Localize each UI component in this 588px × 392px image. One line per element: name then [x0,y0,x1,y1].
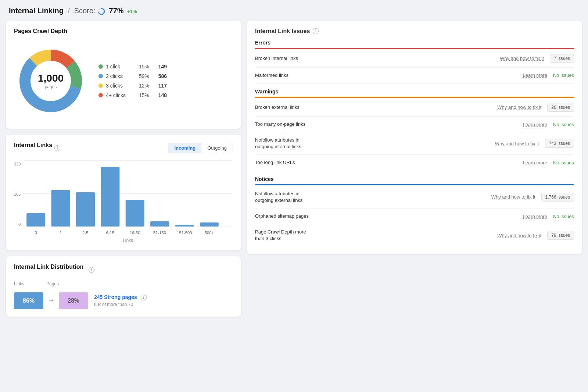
bar-6-15 [101,167,120,227]
svg-text:1: 1 [60,231,62,235]
issue-broken-external-label: Broken external links [255,104,491,111]
issue-long-urls-label: Too long link URLs [255,159,517,166]
issue-too-many-links-link[interactable]: Learn more [523,122,547,127]
bar-1 [51,190,70,227]
left-column: Pages Crawl Depth [6,21,241,317]
svg-text:2-5: 2-5 [83,231,89,235]
issues-info-icon[interactable]: i [313,28,319,34]
issue-broken-internal: Broken internal links Why and how to fix… [255,50,574,68]
legend-dot-3clicks [98,83,103,88]
dist-col-links-label: Links [14,281,24,286]
distribution-title-row: Internal Link Distribution i [14,264,233,276]
internal-links-title-row: Internal Links i Incoming Outgoing [14,142,233,154]
issue-nofollow-internal: Nofollow attributes inoutgoing internal … [255,132,574,155]
legend-label-2clicks: 2 clicks [106,73,132,79]
bar-chart-svg [23,160,233,227]
legend-item-1click: 1 click 15% 149 [98,64,167,70]
issue-orphaned-sitemap-no-issues: No issues [553,214,574,219]
internal-links-title-left: Internal Links i [14,142,60,154]
issues-title-row: Internal Link Issues i [255,28,574,35]
issue-nofollow-external: Nofollow attributes inoutgoing external … [255,186,574,209]
distribution-card: Internal Link Distribution i Links Pages… [6,256,241,317]
issue-malformed-label: Malformed links [255,72,517,79]
legend-pct-2clicks: 59% [135,73,149,79]
issue-long-urls-link[interactable]: Learn more [523,160,547,165]
score-label: Score: [74,7,96,15]
page-header: Internal Linking / Score: 77% +1% [0,0,588,21]
total-pages-label: pages [38,84,64,89]
ilr-label: ILR of more than 70 [94,302,147,307]
issue-crawl-depth-label: Page Crawl Depth morethan 3 clicks [255,229,491,242]
dist-col-pages-label: Pages [46,281,59,286]
tab-outgoing[interactable]: Outgoing [201,143,233,153]
x-axis-svg: 0 1 2-5 6-15 16-50 51-150 151-500 500+ [23,229,233,236]
svg-text:0: 0 [35,231,37,235]
issue-malformed-link[interactable]: Learn more [523,72,547,78]
legend-count-4plus: 148 [152,92,167,98]
issue-nofollow-external-link[interactable]: Why and how to fix it [491,194,535,200]
notices-divider [255,184,574,185]
issue-orphaned-sitemap-label: Orphaned sitemap pages [255,213,517,220]
distribution-info-icon[interactable]: i [89,267,94,273]
main-layout: Pages Crawl Depth [0,21,588,322]
dist-right-info: 245 Strong pages i ILR of more than 70 [94,294,147,307]
warnings-divider [255,97,574,98]
legend-item-3clicks: 3 clicks 12% 117 [98,83,167,89]
y-label-165: 165 [14,192,21,196]
issue-crawl-depth-link[interactable]: Why and how to fix it [497,233,541,238]
crawl-depth-card: Pages Crawl Depth [6,21,241,129]
strong-pages-count: 245 [94,294,103,300]
strong-pages-label: Strong pages [104,294,137,300]
dist-links-bar: 86% [14,292,43,309]
crawl-depth-body: 1,000 pages 1 click 15% 149 2 clicks 59% [14,40,233,121]
internal-links-info-icon[interactable]: i [54,145,60,151]
crawl-depth-legend: 1 click 15% 149 2 clicks 59% 586 3 click… [98,64,167,98]
strong-pages-info-icon[interactable]: i [141,295,147,300]
dist-col-headers: Links Pages [14,281,233,289]
crawl-depth-title: Pages Crawl Depth [14,28,233,35]
issue-orphaned-sitemap-link[interactable]: Learn more [523,214,547,219]
issue-crawl-depth: Page Crawl Depth morethan 3 clicks Why a… [255,224,574,246]
total-pages-num: 1,000 [38,72,64,84]
issue-malformed: Malformed links Learn more No issues [255,68,574,83]
right-column: Internal Link Issues i Errors Broken int… [247,21,582,317]
issue-nofollow-internal-label: Nofollow attributes inoutgoing internal … [255,137,489,150]
legend-label-1click: 1 click [106,64,132,70]
legend-dot-2clicks [98,74,103,78]
y-label-330: 330 [14,162,21,166]
bar-500plus [200,222,219,227]
legend-count-3clicks: 117 [152,83,167,89]
issue-nofollow-internal-badge: 743 issues [545,139,574,148]
score-ring-icon [97,7,105,15]
issue-broken-internal-label: Broken internal links [255,55,494,62]
bar-chart-inner: 0 1 2-5 6-15 16-50 51-150 151-500 500+ L… [23,160,233,243]
issue-nofollow-internal-link[interactable]: Why and how to fix it [495,141,539,146]
issue-broken-internal-link[interactable]: Why and how to fix it [500,56,544,61]
issue-broken-external-badge: 26 issues [547,103,574,112]
strong-pages-link[interactable]: 245 Strong pages [94,294,139,300]
bar-51-150 [150,221,169,227]
score-delta: +1% [127,9,137,14]
issue-broken-external-link[interactable]: Why and how to fix it [497,104,541,110]
issues-title: Internal Link Issues [255,28,310,35]
score-value: 77% [109,7,124,15]
page-title: Internal Linking [9,7,64,15]
links-tab-group: Incoming Outgoing [168,143,233,153]
tab-incoming[interactable]: Incoming [168,143,201,153]
bar-16-50 [126,200,144,227]
legend-pct-1click: 15% [135,64,149,70]
legend-label-3clicks: 3 clicks [106,83,132,89]
issue-crawl-depth-badge: 79 issues [547,231,574,240]
donut-chart: 1,000 pages [14,44,87,118]
dist-arrow-icon: → [48,297,54,304]
distribution-body: 86% → 28% 245 Strong pages i ILR of more… [14,292,233,309]
issue-nofollow-external-badge: 1,766 issues [541,193,574,202]
x-axis-labels: 0 1 2-5 6-15 16-50 51-150 151-500 500+ [23,229,233,236]
dist-pages-bar: 28% [59,292,88,309]
legend-item-4plus: 4+ clicks 15% 148 [98,92,167,98]
legend-count-2clicks: 586 [152,73,167,79]
y-label-0: 0 [18,222,21,227]
issue-too-many-links: Too many on-page links Learn more No iss… [255,117,574,132]
issue-too-many-links-label: Too many on-page links [255,121,517,128]
issue-orphaned-sitemap: Orphaned sitemap pages Learn more No iss… [255,209,574,224]
